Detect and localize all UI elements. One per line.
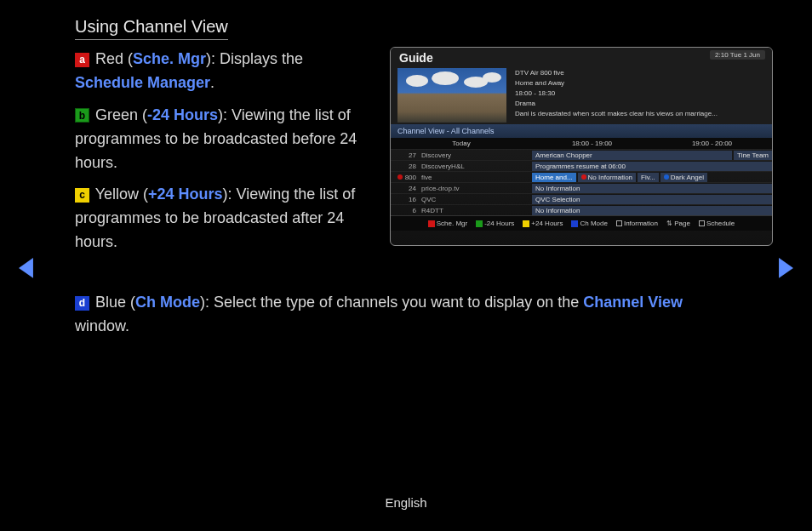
channel-name: DiscoveryH&L xyxy=(421,163,532,170)
table-row[interactable]: 27DiscoveryAmerican ChopperTine Team xyxy=(391,149,772,160)
legend-page-icon: ⇅ xyxy=(666,220,672,227)
legend-red: Sche. Mgr xyxy=(428,220,467,227)
text: ): Displays the xyxy=(206,50,303,67)
program-cell[interactable]: QVC Selection xyxy=(532,195,772,204)
red-label: Sche. Mgr xyxy=(133,50,206,67)
channel-name: Discovery xyxy=(421,151,532,159)
program-cell[interactable]: Fiv... xyxy=(638,173,659,182)
program-cell[interactable]: No Information xyxy=(532,206,772,215)
guide-program-meta: DTV Air 800 five Home and Away 18:00 - 1… xyxy=(515,68,765,123)
instruction-red: a Red (Sche. Mgr): Displays the Schedule… xyxy=(75,48,360,95)
guide-subheader: Channel View - All Channels xyxy=(391,124,772,138)
legend-page: ⇅ Page xyxy=(666,220,690,227)
program-cells: Programmes resume at 06:00 xyxy=(532,162,772,171)
channel-number: 27 xyxy=(391,151,421,159)
col-today: Today xyxy=(391,140,532,147)
guide-clock: 2:10 Tue 1 Jun xyxy=(710,50,765,60)
text: Red ( xyxy=(95,50,133,67)
record-dot-icon xyxy=(397,174,403,180)
table-row[interactable]: 28DiscoveryH&LProgrammes resume at 06:00 xyxy=(391,160,772,171)
blue-label: Ch Mode xyxy=(135,294,200,311)
channel-name: R4DTT xyxy=(421,207,532,214)
key-b-icon: b xyxy=(75,108,89,123)
key-a-icon: a xyxy=(75,53,89,67)
channel-number: 800 xyxy=(391,174,421,181)
col-slot1: 18:00 - 19:00 xyxy=(532,140,652,147)
program-cell[interactable]: Dark Angel xyxy=(660,173,707,182)
text: Blue ( xyxy=(95,294,135,311)
table-row[interactable]: 24price-drop.tvNo Information xyxy=(391,182,772,193)
program-cell[interactable]: No Information xyxy=(578,173,636,182)
program-cell[interactable]: Tine Team xyxy=(734,151,772,160)
guide-panel: Guide 2:10 Tue 1 Jun DTV Air 800 five Ho… xyxy=(390,47,773,246)
channel-name: five xyxy=(421,174,532,181)
instruction-yellow: c Yellow (+24 Hours): Viewing the list o… xyxy=(75,183,360,254)
guide-grid-body: 27DiscoveryAmerican ChopperTine Team28Di… xyxy=(391,149,772,215)
table-row[interactable]: 6R4DTTNo Information xyxy=(391,204,772,215)
table-row[interactable]: 16QVCQVC Selection xyxy=(391,193,772,204)
program-cells: American ChopperTine Team xyxy=(532,151,772,160)
legend-info-icon xyxy=(616,220,622,226)
meta-time: 18:00 - 18:30 xyxy=(515,88,765,99)
program-cell[interactable]: Home and... xyxy=(532,173,576,182)
meta-desc: Dani is devastated when scott makes clea… xyxy=(515,109,765,119)
instructions-block: a Red (Sche. Mgr): Displays the Schedule… xyxy=(75,48,360,263)
text: window. xyxy=(75,317,129,334)
table-row[interactable]: 800fiveHome and...No InformationFiv...Da… xyxy=(391,171,772,182)
guide-grid-header: Today 18:00 - 19:00 19:00 - 20:00 xyxy=(391,138,772,149)
blue-dot-icon xyxy=(664,174,669,180)
program-cell[interactable]: American Chopper xyxy=(532,151,732,160)
col-slot2: 19:00 - 20:00 xyxy=(652,140,772,147)
legend-green: -24 Hours xyxy=(476,220,514,227)
schedule-manager-link: Schedule Manager xyxy=(75,74,210,91)
meta-channel: DTV Air 800 five xyxy=(515,68,765,78)
text: ): Select the type of channels you want … xyxy=(200,294,583,311)
legend-yellow-icon xyxy=(523,220,529,227)
channel-number: 6 xyxy=(391,207,421,214)
channel-name: price-drop.tv xyxy=(421,185,532,192)
nav-prev-icon[interactable]: ◀ xyxy=(19,251,33,282)
guide-title: Guide xyxy=(399,51,433,65)
legend-yellow: +24 Hours xyxy=(523,220,563,227)
guide-legend: Sche. Mgr -24 Hours +24 Hours Ch Mode In… xyxy=(391,215,772,231)
text: . xyxy=(210,74,214,91)
program-cells: No Information xyxy=(532,184,772,193)
meta-title: Home and Away xyxy=(515,78,765,88)
legend-red-icon xyxy=(428,220,435,227)
legend-green-icon xyxy=(476,220,483,227)
legend-schedule: Schedule xyxy=(699,220,735,227)
legend-blue-icon xyxy=(571,220,578,227)
yellow-label: +24 Hours xyxy=(148,186,223,203)
channel-number: 24 xyxy=(391,185,421,192)
program-cells: Home and...No InformationFiv...Dark Ange… xyxy=(532,173,772,182)
legend-blue: Ch Mode xyxy=(571,220,607,227)
program-cell[interactable]: No Information xyxy=(532,184,772,193)
instruction-blue: d Blue (Ch Mode): Select the type of cha… xyxy=(75,291,730,339)
green-label: -24 Hours xyxy=(147,106,218,123)
text: Green ( xyxy=(95,106,147,123)
text: Yellow ( xyxy=(95,186,148,203)
language-label: English xyxy=(0,495,812,510)
page-title: Using Channel View xyxy=(75,17,228,40)
instruction-green: b Green (-24 Hours): Viewing the list of… xyxy=(75,104,360,175)
red-dot-icon xyxy=(581,174,586,180)
program-cells: No Information xyxy=(532,206,772,215)
channel-number: 28 xyxy=(391,163,421,170)
guide-preview-image xyxy=(397,68,506,123)
key-c-icon: c xyxy=(75,188,89,203)
program-cell[interactable]: Programmes resume at 06:00 xyxy=(532,162,772,171)
channel-number: 16 xyxy=(391,196,421,203)
legend-info: Information xyxy=(616,220,658,227)
program-cells: QVC Selection xyxy=(532,195,772,204)
key-d-icon: d xyxy=(75,296,89,311)
channel-view-link: Channel View xyxy=(583,294,683,311)
guide-header: Guide 2:10 Tue 1 Jun DTV Air 800 five Ho… xyxy=(391,48,772,124)
nav-next-icon[interactable]: ▶ xyxy=(779,251,793,282)
channel-name: QVC xyxy=(421,196,532,203)
legend-schedule-icon xyxy=(699,220,705,226)
meta-genre: Drama xyxy=(515,99,765,109)
